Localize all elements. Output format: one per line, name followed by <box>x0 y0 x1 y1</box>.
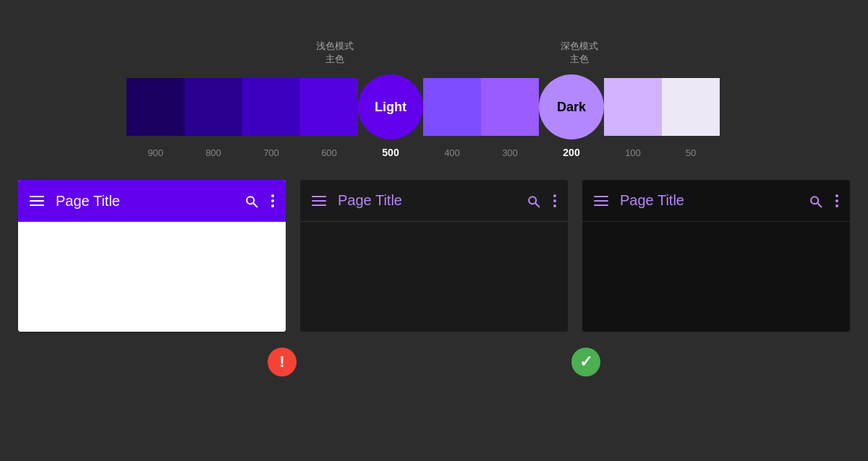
svg-point-4 <box>811 197 818 204</box>
success-status-icon: ✓ <box>571 348 600 376</box>
status-section: ! ✓ <box>0 332 868 376</box>
svg-point-0 <box>247 197 254 204</box>
palette-num-200: 200 <box>539 147 604 158</box>
search-icon-dark2[interactable] <box>807 192 824 210</box>
swatch-circle-200: Dark <box>539 74 604 139</box>
appbar-card-dark2: Page Title <box>582 180 850 332</box>
dark-label-line2: 主色 <box>570 53 589 66</box>
palette-swatches-row: LightDark <box>127 74 741 139</box>
palette-num-800: 800 <box>184 147 242 158</box>
menu-icon-dark2[interactable] <box>594 196 608 206</box>
page-title-dark: Page Title <box>338 192 524 209</box>
toolbar-icons-dark <box>524 192 556 210</box>
palette-num-300: 300 <box>481 147 539 158</box>
toolbar-icons-light <box>242 192 274 210</box>
svg-line-5 <box>818 203 822 207</box>
palette-num-700: 700 <box>242 147 300 158</box>
dark-label-line1: 深色模式 <box>561 40 598 53</box>
search-icon-light[interactable] <box>242 192 260 210</box>
appbar-toolbar-dark: Page Title <box>300 180 568 222</box>
palette-numbers-row: 90080070060050040030020010050 <box>127 147 741 158</box>
appbar-card-light: Page Title <box>18 180 286 332</box>
swatch-50 <box>662 78 720 136</box>
palette-num-500: 500 <box>358 147 423 158</box>
swatch-600 <box>300 78 358 136</box>
menu-icon-light[interactable] <box>30 196 44 206</box>
svg-line-1 <box>254 204 258 207</box>
appbar-toolbar-light: Page Title <box>18 180 286 222</box>
palette-num-900: 900 <box>127 147 184 158</box>
palette-num-400: 400 <box>423 147 481 158</box>
palette-section: 浅色模式 主色 深色模式 主色 LightDark 90080070060050… <box>0 0 868 158</box>
success-symbol: ✓ <box>579 353 592 371</box>
more-icon-dark2[interactable] <box>835 194 838 207</box>
page-title-dark2: Page Title <box>620 192 807 209</box>
palette-num-600: 600 <box>300 147 358 158</box>
light-label-line1: 浅色模式 <box>316 40 354 53</box>
palette-num-100: 100 <box>604 147 662 158</box>
appbar-toolbar-dark2: Page Title <box>582 180 850 222</box>
error-symbol: ! <box>279 353 284 371</box>
svg-line-3 <box>536 203 540 207</box>
swatch-300 <box>481 78 539 136</box>
light-mode-label: 浅色模式 主色 <box>316 40 354 66</box>
swatch-100 <box>604 78 662 136</box>
appbars-section: Page Title Page Title <box>0 158 868 332</box>
swatch-circle-500: Light <box>358 74 423 139</box>
swatch-400 <box>423 78 481 136</box>
svg-point-2 <box>529 197 536 204</box>
search-icon-dark[interactable] <box>524 192 542 210</box>
more-icon-dark[interactable] <box>553 194 556 207</box>
palette-labels: 浅色模式 主色 深色模式 主色 <box>127 40 741 69</box>
swatch-700 <box>242 78 300 136</box>
light-label-line2: 主色 <box>326 53 344 66</box>
appbar-card-dark: Page Title <box>300 180 568 332</box>
appbar-content-dark2 <box>582 222 850 332</box>
page-title-light: Page Title <box>56 193 242 210</box>
error-status-icon: ! <box>268 348 297 376</box>
swatch-800 <box>184 78 242 136</box>
menu-icon-dark[interactable] <box>312 196 326 206</box>
palette-num-50: 50 <box>662 147 720 158</box>
swatch-900 <box>127 78 184 136</box>
appbar-content-dark <box>300 222 568 332</box>
more-icon-light[interactable] <box>271 194 274 207</box>
toolbar-icons-dark2 <box>807 192 838 210</box>
appbar-content-light <box>18 222 286 332</box>
dark-mode-label: 深色模式 主色 <box>561 40 598 66</box>
